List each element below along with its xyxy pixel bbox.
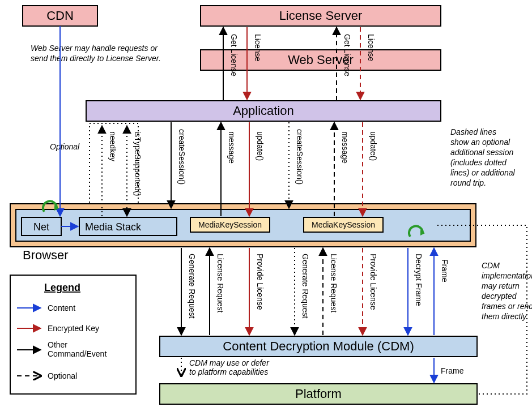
frame-label: Frame [440,259,449,282]
license-2-label: License [367,34,376,61]
net-label: Net [33,221,49,233]
istype-label: isTypeSupported() [133,131,142,196]
browser-label: Browser [23,248,69,262]
platform-label: Platform [295,387,342,401]
cdm-frame-label: Frame [441,366,464,375]
message1-label: message [227,131,236,164]
optional-label: Optional [50,142,80,151]
message2-label: message [341,131,350,164]
create1-label: createSession() [177,129,186,185]
update1-label: update() [256,131,265,161]
genreq2-label: Generate Request [301,254,310,319]
license-1-label: License [253,34,262,61]
licreq2-label: License Request [329,254,338,312]
mks1-label: MediaKeySession [198,220,262,229]
cdm-note: CDM implementations may return decrypted… [482,261,532,321]
legend-encrypted-label: Encrypted Key [48,324,99,333]
license-server-label: License Server [279,8,363,23]
provlic2-label: Provide License [369,254,378,310]
update2-label: update() [369,131,378,161]
application-label: Application [233,104,294,118]
genreq1-label: Generate Request [188,254,197,319]
web-server-note: Web Server may handle requests or send t… [31,44,161,63]
get-license-2-label: Get License [343,34,352,76]
legend-title: Legend [44,282,80,293]
create2-label: createSession() [295,129,304,185]
legend-content-label: Content [48,303,75,312]
legend-optional-label: Optional [48,371,77,380]
media-stack-label: Media Stack [85,221,142,233]
mks2-label: MediaKeySession [312,220,375,229]
needkey-label: needkey [108,131,117,161]
dashed-note: Dashed lines show an optional additional… [450,127,517,187]
decrypt-label: Decrypt Frame [414,254,423,306]
cdm-defer-note: CDM may use or defer to platform capabil… [189,358,271,376]
cdm-label: Content Decryption Module (CDM) [223,339,414,353]
licreq1-label: License Request [216,254,225,312]
cdn-label: CDN [46,8,74,23]
get-license-1-label: Get License [229,34,239,76]
provlic1-label: Provide License [256,254,265,310]
